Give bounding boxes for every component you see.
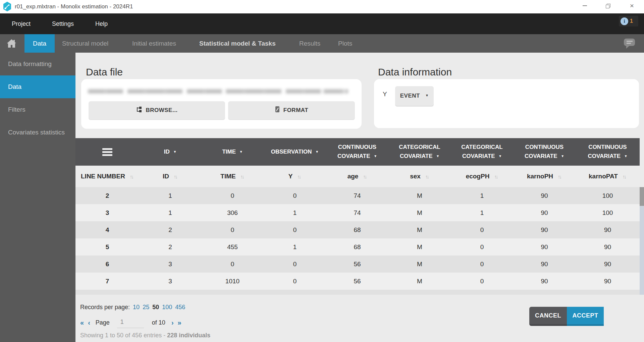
previous-page-button[interactable]: ‹	[88, 319, 90, 327]
column-header-ecogph: ecogPH↑↓	[451, 166, 513, 187]
table-cell: M	[388, 273, 451, 290]
next-page-button[interactable]: ›	[171, 319, 174, 327]
column-type-dropdown-observation[interactable]: OBSERVATION ▼	[264, 138, 326, 166]
page-size-10[interactable]: 10	[133, 304, 140, 311]
table-cell: 3	[139, 255, 201, 273]
table-cell: 2	[139, 238, 201, 255]
tab-data[interactable]: Data	[24, 34, 55, 53]
chevron-down-icon: ▼	[624, 154, 628, 158]
table-cell: 5	[75, 238, 139, 255]
column-header-age: age↑↓	[326, 166, 388, 187]
menu-project[interactable]: Project	[12, 20, 31, 27]
table-cell: M	[388, 204, 451, 221]
sidebar-item-covariates-statistics[interactable]: Covariates statistics	[0, 121, 75, 144]
first-page-button[interactable]: «	[80, 319, 84, 327]
browse-button[interactable]: BROWSE...	[89, 101, 225, 119]
table-cell: 90	[576, 255, 640, 273]
table-cell: 1010	[201, 273, 264, 290]
column-header-karnoph: karnoPH↑↓	[513, 166, 576, 187]
table-scrollbar-thumb[interactable]	[640, 187, 644, 206]
column-header-line-number: LINE NUMBER↑↓	[75, 166, 139, 187]
tab-statistical-model-tasks[interactable]: Statistical model & Tasks	[199, 34, 276, 53]
cancel-button[interactable]: CANCEL	[529, 307, 567, 326]
table-cell: 1	[139, 204, 201, 221]
page-size-100[interactable]: 100	[162, 304, 172, 311]
column-type-dropdown-time[interactable]: TIME ▼	[201, 138, 264, 166]
column-type-dropdown-categorical-covariate[interactable]: CATEGORICAL COVARIATE ▼	[451, 138, 513, 166]
chevron-down-icon: ▼	[315, 150, 319, 154]
chevron-down-icon: ▼	[436, 154, 439, 158]
sort-icon[interactable]: ↑↓	[169, 174, 178, 179]
sort-icon[interactable]: ↑↓	[489, 174, 498, 179]
column-type-dropdown-categorical-covariate[interactable]: CATEGORICAL COVARIATE ▼	[388, 138, 451, 166]
table-cell: 6	[75, 255, 139, 273]
column-type-dropdown-continuous-covariate[interactable]: CONTINUOUS COVARIATE ▼	[326, 138, 388, 166]
y-type-dropdown[interactable]: EVENT ▼	[395, 86, 434, 106]
pagination: « ‹ Page of 10 › »	[80, 317, 181, 328]
data-file-heading: Data file	[86, 66, 123, 78]
tab-initial-estimates[interactable]: Initial estimates	[132, 34, 176, 53]
maximize-button[interactable]	[600, 0, 615, 11]
page-size-456[interactable]: 456	[175, 304, 185, 311]
info-icon: i	[621, 17, 628, 25]
sort-icon[interactable]: ↑↓	[358, 174, 367, 179]
close-button[interactable]: ×	[624, 0, 640, 11]
table-cell: 90	[576, 221, 640, 238]
table-cell: 2	[139, 221, 201, 238]
tab-results[interactable]: Results	[299, 34, 320, 53]
table-cell: 306	[201, 204, 264, 221]
column-header-sex: sex↑↓	[388, 166, 451, 187]
sort-icon[interactable]: ↑↓	[125, 174, 134, 179]
table-cell: 90	[513, 273, 576, 290]
data-file-path-blurred	[88, 89, 348, 94]
format-button[interactable]: FORMAT	[228, 101, 355, 119]
table-row: 31306174M190100	[75, 204, 640, 221]
table-cell: 68	[326, 238, 388, 255]
home-icon[interactable]	[7, 39, 16, 49]
sidebar-item-data[interactable]: Data	[0, 75, 75, 98]
chat-icon[interactable]	[623, 38, 636, 50]
table-cell: 0	[451, 221, 513, 238]
table-cell: 90	[513, 221, 576, 238]
menu-settings[interactable]: Settings	[52, 20, 74, 27]
table-cell: 0	[264, 221, 326, 238]
sort-icon[interactable]: ↑↓	[236, 174, 245, 179]
tab-plots[interactable]: Plots	[338, 34, 352, 53]
individuals-count: 228 individuals	[167, 332, 210, 339]
tab-structural-model[interactable]: Structural model	[62, 34, 108, 53]
table-cell: 90	[513, 238, 576, 255]
accept-button[interactable]: ACCEPT	[567, 307, 604, 326]
sidebar-item-filters[interactable]: Filters	[0, 98, 75, 121]
last-page-button[interactable]: »	[178, 319, 181, 327]
column-type-dropdown-continuous-covariate[interactable]: CONTINUOUS COVARIATE ▼	[513, 138, 576, 166]
tree-icon	[136, 106, 142, 114]
notification-badge[interactable]: i 1	[619, 16, 638, 26]
sort-icon[interactable]: ↑↓	[292, 174, 301, 179]
hamburger-icon[interactable]	[102, 148, 112, 156]
sort-icon[interactable]: ↑↓	[421, 174, 429, 179]
chevron-down-icon: ▼	[374, 154, 377, 158]
table-cell: 0	[201, 221, 264, 238]
table-cell: 3	[75, 204, 139, 221]
sort-icon[interactable]: ↑↓	[618, 174, 627, 179]
table-cell: 56	[326, 273, 388, 290]
sort-icon[interactable]: ↑↓	[553, 174, 562, 179]
table-row: 630056M09090	[75, 255, 640, 273]
table-cell: M	[388, 238, 451, 255]
table-cell: 1	[139, 187, 201, 204]
showing-entries-label: Showing 1 to 50 of 456 entries -	[80, 332, 167, 339]
minimize-button[interactable]	[577, 0, 592, 11]
data-information-card: Y EVENT ▼	[374, 79, 639, 128]
column-type-dropdown-continuous-covariate[interactable]: CONTINUOUS COVARIATE ▼	[576, 138, 640, 166]
y-type-value: EVENT	[400, 93, 420, 99]
page-number-input[interactable]	[117, 317, 144, 328]
menu-help[interactable]: Help	[95, 20, 108, 27]
menu-bar: ProjectSettingsHelp i 1	[0, 13, 644, 34]
monolix-logo-icon	[3, 1, 12, 13]
sidebar-item-data-formatting[interactable]: Data formatting	[0, 53, 75, 75]
table-cell: 2	[75, 187, 139, 204]
column-header-karnopat: karnoPAT↑↓	[576, 166, 640, 187]
column-type-dropdown-id[interactable]: ID ▼	[139, 138, 201, 166]
page-size-25[interactable]: 25	[143, 304, 149, 311]
page-size-50[interactable]: 50	[152, 304, 159, 311]
